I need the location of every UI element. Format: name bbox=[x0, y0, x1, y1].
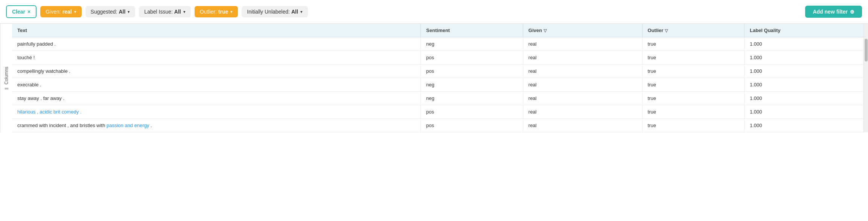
filter-value-initially-unlabeled: All bbox=[291, 9, 298, 15]
cell-quality-1: 1.000 bbox=[744, 51, 863, 64]
add-filter-label: Add new filter bbox=[813, 9, 848, 15]
filter-label-outlier: Outlier: bbox=[200, 9, 217, 15]
cell-quality-3: 1.000 bbox=[744, 78, 863, 92]
cell-outlier-6: true bbox=[642, 119, 744, 132]
cell-quality-5: 1.000 bbox=[744, 105, 863, 119]
cell-sentiment-1: pos bbox=[421, 51, 523, 64]
cell-text-6: crammed with incident , and bristles wit… bbox=[12, 119, 421, 132]
cell-given-2: real bbox=[523, 64, 642, 78]
data-table: TextSentimentGiven▽Outlier▽Label Quality… bbox=[12, 24, 863, 132]
cell-quality-6: 1.000 bbox=[744, 119, 863, 132]
table-row[interactable]: painfully padded .negrealtrue1.000 bbox=[12, 37, 863, 51]
chevron-down-icon: ▾ bbox=[183, 9, 186, 14]
table-row[interactable]: compellingly watchable .posrealtrue1.000 bbox=[12, 64, 863, 78]
chevron-down-icon: ▾ bbox=[230, 9, 233, 14]
th-given[interactable]: Given▽ bbox=[523, 24, 642, 37]
table-row[interactable]: crammed with incident , and bristles wit… bbox=[12, 119, 863, 132]
cell-outlier-4: true bbox=[642, 92, 744, 105]
cell-text-2: compellingly watchable . bbox=[12, 64, 421, 78]
filter-label-initially-unlabeled: Initially Unlabeled: bbox=[247, 9, 290, 15]
table-row[interactable]: hilarious , acidic brit comedy .posrealt… bbox=[12, 105, 863, 119]
filter-label-given: Given: bbox=[46, 9, 61, 15]
table-area: ⫴ Columns TextSentimentGiven▽Outlier▽Lab… bbox=[0, 24, 868, 132]
cell-outlier-1: true bbox=[642, 51, 744, 64]
table-body: painfully padded .negrealtrue1.000touché… bbox=[12, 37, 863, 132]
filter-value-given: real bbox=[62, 9, 72, 15]
add-filter-icon: ⊕ bbox=[850, 9, 854, 15]
filter-label-label-issue: Label Issue: bbox=[144, 9, 173, 15]
columns-label: Columns bbox=[4, 66, 9, 84]
cell-quality-2: 1.000 bbox=[744, 64, 863, 78]
cell-quality-0: 1.000 bbox=[744, 37, 863, 51]
cell-sentiment-4: neg bbox=[421, 92, 523, 105]
cell-given-3: real bbox=[523, 78, 642, 92]
cell-outlier-0: true bbox=[642, 37, 744, 51]
clear-button[interactable]: Clear × bbox=[6, 5, 37, 18]
columns-icon: ⫴ bbox=[3, 87, 9, 90]
scrollbar-thumb bbox=[865, 39, 868, 61]
th-text: Text bbox=[12, 24, 421, 37]
table-row[interactable]: touché !posrealtrue1.000 bbox=[12, 51, 863, 64]
filter-value-suggested: All bbox=[119, 9, 125, 15]
cell-given-1: real bbox=[523, 51, 642, 64]
th-outlier[interactable]: Outlier▽ bbox=[642, 24, 744, 37]
cell-sentiment-0: neg bbox=[421, 37, 523, 51]
filter-bar: Clear × Given: real ▾Suggested: All ▾Lab… bbox=[0, 0, 868, 24]
cell-text-3: execrable . bbox=[12, 78, 421, 92]
cell-text-5: hilarious , acidic brit comedy . bbox=[12, 105, 421, 119]
filter-btn-label-issue[interactable]: Label Issue: All ▾ bbox=[139, 6, 190, 17]
add-filter-button[interactable]: Add new filter ⊕ bbox=[805, 6, 862, 18]
cell-given-6: real bbox=[523, 119, 642, 132]
close-icon: × bbox=[27, 9, 30, 15]
filter-btn-initially-unlabeled[interactable]: Initially Unlabeled: All ▾ bbox=[242, 6, 308, 17]
cell-given-0: real bbox=[523, 37, 642, 51]
filter-icon-given: ▽ bbox=[544, 28, 547, 33]
cell-sentiment-5: pos bbox=[421, 105, 523, 119]
filter-btn-given[interactable]: Given: real ▾ bbox=[40, 6, 81, 17]
cell-outlier-3: true bbox=[642, 78, 744, 92]
scrollbar[interactable] bbox=[863, 24, 868, 132]
filter-value-label-issue: All bbox=[174, 9, 181, 15]
cell-given-5: real bbox=[523, 105, 642, 119]
clear-label: Clear bbox=[12, 9, 25, 15]
filter-label-suggested: Suggested: bbox=[91, 9, 117, 15]
th-sentiment: Sentiment bbox=[421, 24, 523, 37]
filter-btn-outlier[interactable]: Outlier: true ▾ bbox=[195, 6, 238, 17]
cell-text-4: stay away . far away . bbox=[12, 92, 421, 105]
th-label-quality: Label Quality bbox=[744, 24, 863, 37]
cell-text-0: painfully padded . bbox=[12, 37, 421, 51]
chevron-down-icon: ▾ bbox=[74, 9, 76, 14]
cell-sentiment-2: pos bbox=[421, 64, 523, 78]
cell-given-4: real bbox=[523, 92, 642, 105]
table-header: TextSentimentGiven▽Outlier▽Label Quality bbox=[12, 24, 863, 37]
chevron-down-icon: ▾ bbox=[128, 9, 130, 14]
table-row[interactable]: execrable .negrealtrue1.000 bbox=[12, 78, 863, 92]
cell-outlier-5: true bbox=[642, 105, 744, 119]
cell-sentiment-3: neg bbox=[421, 78, 523, 92]
filter-value-outlier: true bbox=[218, 9, 228, 15]
cell-outlier-2: true bbox=[642, 64, 744, 78]
filter-buttons: Given: real ▾Suggested: All ▾Label Issue… bbox=[40, 6, 308, 17]
filter-btn-suggested[interactable]: Suggested: All ▾ bbox=[85, 6, 136, 17]
cell-sentiment-6: pos bbox=[421, 119, 523, 132]
filter-icon-outlier: ▽ bbox=[665, 28, 668, 33]
columns-sidebar[interactable]: ⫴ Columns bbox=[0, 24, 12, 132]
table-row[interactable]: stay away . far away .negrealtrue1.000 bbox=[12, 92, 863, 105]
chevron-down-icon: ▾ bbox=[300, 9, 303, 14]
cell-quality-4: 1.000 bbox=[744, 92, 863, 105]
cell-text-1: touché ! bbox=[12, 51, 421, 64]
